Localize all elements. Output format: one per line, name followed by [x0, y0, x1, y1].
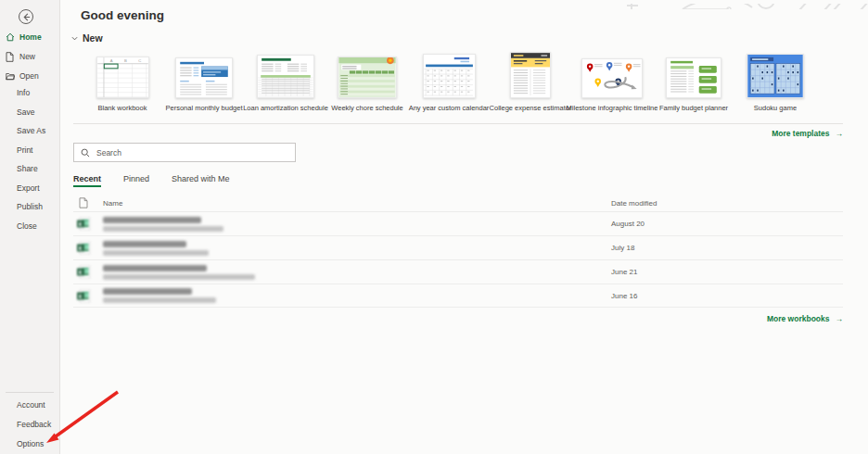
template-card-sudoku-game[interactable]: Sudoku game [734, 51, 816, 112]
more-workbooks-label: More workbooks [767, 314, 830, 323]
excel-file-icon: x [73, 217, 103, 231]
new-section-header[interactable]: New [71, 32, 103, 44]
date-modified-column-header[interactable]: Date modified [611, 199, 843, 208]
file-date-modified: August 20 [611, 220, 843, 228]
template-card-loan-amortization-schedule[interactable]: Loan amortization schedule [245, 51, 326, 112]
name-column-header[interactable]: Name [103, 199, 611, 208]
document-icon [79, 197, 88, 208]
template-thumbnail-sudoku [747, 51, 804, 98]
file-name-redacted [103, 241, 611, 256]
home-icon [6, 32, 15, 42]
svg-text:x: x [79, 221, 83, 227]
redacted-file-path [103, 250, 209, 256]
template-thumbnail-blank: ABC [96, 51, 149, 98]
recent-file-row[interactable]: xJune 21 [73, 259, 843, 284]
svg-text:C: C [138, 58, 141, 63]
sidebar-item-publish[interactable]: Publish [17, 202, 43, 211]
tab-pinned[interactable]: Pinned [123, 174, 149, 187]
sidebar-item-close[interactable]: Close [17, 221, 37, 231]
recent-file-row[interactable]: xAugust 20 [73, 211, 843, 235]
divider [73, 123, 843, 124]
template-card-label: College expense estimator [490, 104, 572, 112]
excel-file-icon: x [73, 241, 103, 255]
template-card-college-expense-estimator[interactable]: College expense estimator [490, 51, 571, 112]
template-card-personal-monthly-budget[interactable]: Personal monthly budget [163, 51, 245, 112]
search-box[interactable] [73, 143, 296, 162]
template-thumbnail-chore [338, 51, 397, 98]
more-workbooks-link[interactable]: More workbooks→ [73, 314, 843, 323]
template-card-label: Family budget planner [659, 104, 728, 112]
sidebar-item-new[interactable]: New [6, 50, 35, 63]
file-date-modified: June 21 [611, 268, 843, 276]
file-date-modified: June 16 [611, 292, 843, 300]
recent-file-row[interactable]: xJune 16 [73, 284, 843, 308]
template-thumbnail-calendar [423, 51, 476, 98]
sidebar-item-share[interactable]: Share [17, 164, 38, 173]
template-card-family-budget-planner[interactable]: Family budget planner [653, 51, 734, 112]
search-input[interactable] [96, 148, 288, 158]
file-type-column-icon [73, 197, 103, 208]
redacted-file-name [103, 288, 192, 295]
back-button[interactable] [19, 9, 33, 24]
tab-recent[interactable]: Recent [73, 174, 101, 187]
template-thumbnail-family [666, 51, 721, 98]
svg-text:x: x [79, 245, 83, 251]
file-name-redacted [103, 265, 611, 280]
redacted-file-path [103, 226, 223, 232]
template-card-label: Milestone infographic timeline [567, 104, 658, 112]
tab-shared-with-me[interactable]: Shared with Me [172, 174, 230, 187]
template-card-label: Weekly chore schedule [331, 104, 402, 112]
recent-files-table: Name Date modified xAugust 20xJuly 18xJu… [73, 195, 843, 308]
table-body: xAugust 20xJuly 18xJune 21xJune 16 [73, 211, 843, 308]
back-arrow-icon [22, 13, 31, 21]
sidebar-item-options[interactable]: Options [17, 439, 44, 448]
sidebar-item-export[interactable]: Export [17, 183, 40, 193]
sidebar-item-label: Home [19, 32, 42, 42]
arrow-right-icon: → [836, 314, 844, 323]
template-card-milestone-infographic-timeline[interactable]: Milestone infographic timeline [571, 51, 653, 112]
sidebar-item-account[interactable]: Account [17, 400, 45, 410]
template-thumbnail-college [510, 51, 551, 98]
file-name-redacted [103, 217, 611, 232]
new-file-icon [6, 52, 15, 61]
template-thumbnail-milestone [581, 51, 643, 98]
file-list-tabs: RecentPinnedShared with Me [73, 174, 230, 187]
template-card-weekly-chore-schedule[interactable]: Weekly chore schedule [326, 51, 408, 112]
template-card-any-year-custom-calendar[interactable]: Any year custom calendar [408, 51, 490, 112]
decorative-artwork [627, 0, 868, 9]
redacted-file-path [103, 297, 216, 303]
svg-text:x: x [79, 269, 83, 275]
template-card-blank-workbook[interactable]: ABCBlank workbook [82, 51, 163, 112]
sidebar-item-save[interactable]: Save [17, 107, 34, 117]
sidebar-item-label: Open [19, 71, 39, 81]
template-card-label: Blank workbook [98, 104, 147, 112]
template-gallery: ABCBlank workbookPersonal monthly budget… [82, 51, 816, 112]
sidebar-item-feedback[interactable]: Feedback [17, 420, 51, 429]
template-card-label: Sudoku game [754, 104, 797, 112]
excel-file-icon: x [73, 265, 103, 279]
svg-text:x: x [79, 293, 83, 299]
page-title: Good evening [81, 8, 164, 22]
open-folder-icon [6, 71, 15, 81]
chevron-down-icon [71, 36, 78, 41]
svg-text:B: B [123, 58, 126, 63]
backstage-content: Good evening New ABCBlank workbookPerson… [61, 0, 868, 454]
sidebar-item-label: New [19, 52, 35, 61]
sidebar-item-print[interactable]: Print [17, 145, 32, 155]
sidebar-divider [6, 392, 54, 393]
recent-file-row[interactable]: xJuly 18 [73, 235, 843, 259]
svg-text:A: A [109, 58, 112, 63]
sidebar-item-save-as[interactable]: Save As [17, 126, 45, 135]
search-icon [81, 148, 90, 158]
more-templates-link[interactable]: More templates→ [73, 129, 843, 138]
redacted-file-name [103, 217, 201, 223]
sidebar-item-open[interactable]: Open [6, 69, 39, 82]
redacted-file-path [103, 274, 255, 280]
redacted-file-name [103, 241, 186, 247]
sidebar-item-home[interactable]: Home [6, 31, 42, 44]
sidebar-item-info[interactable]: Info [17, 88, 30, 97]
redacted-file-name [103, 265, 207, 271]
template-thumbnail-loan [257, 51, 314, 98]
arrow-right-icon: → [836, 129, 844, 138]
template-card-label: Any year custom calendar [409, 104, 490, 112]
